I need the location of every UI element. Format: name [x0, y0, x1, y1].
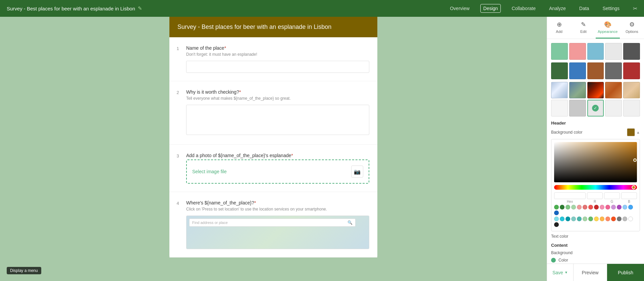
color-swatch-red[interactable] — [623, 62, 640, 79]
photo-swatch-volcano[interactable] — [587, 82, 604, 99]
nav-overview[interactable]: Overview — [447, 4, 472, 12]
panel-tool-options[interactable]: ⚙ Options — [620, 17, 644, 39]
color-gradient[interactable] — [554, 142, 637, 182]
color-swatch-darkgreen[interactable] — [551, 62, 568, 79]
dot-orange3[interactable] — [611, 217, 616, 221]
dot-gray2[interactable] — [623, 217, 627, 221]
color-hue-bar[interactable] — [554, 185, 637, 190]
survey-title: Survey - Best places for beer with an es… — [7, 6, 135, 11]
panel-tool-edit[interactable]: ✎ Edit — [571, 17, 595, 39]
color-swatch-mint[interactable] — [551, 43, 568, 60]
add-label: Add — [556, 30, 562, 34]
nav-collaborate[interactable]: Collaborate — [509, 4, 538, 12]
question-title-3: Add a photo of ${name_of_the_place}'s es… — [186, 153, 369, 158]
dot-teal1[interactable] — [571, 217, 576, 221]
save-dropdown-icon[interactable]: ▼ — [565, 271, 568, 274]
photo-swatch-empty-2[interactable] — [623, 100, 640, 116]
dot-green2[interactable] — [560, 205, 565, 209]
options-label: Options — [626, 30, 638, 34]
color-swatch-lightgray[interactable] — [605, 43, 622, 60]
image-upload-area[interactable]: Select image file 📷 — [186, 159, 369, 184]
edit-icon: ✎ — [581, 21, 586, 28]
question-content-4: Where's ${name_of_the_place}?* Click on … — [186, 200, 369, 249]
color-swatch-gray[interactable] — [605, 62, 622, 79]
dot-orange1[interactable] — [600, 217, 604, 221]
dot-gray1[interactable] — [617, 217, 622, 221]
dot-blue2[interactable] — [628, 205, 633, 209]
photo-swatch-blank-gray[interactable] — [569, 100, 586, 116]
color-swatches-row1 — [551, 43, 640, 60]
header-bg-preview[interactable] — [627, 128, 635, 136]
photo-swatch-selected[interactable]: ✓ — [587, 100, 604, 116]
options-icon: ⚙ — [629, 21, 635, 28]
question-1-input[interactable] — [186, 61, 369, 73]
dot-purple2[interactable] — [617, 205, 622, 209]
top-navigation: Survey - Best places for beer with an es… — [0, 0, 644, 17]
dot-orange2[interactable] — [605, 217, 610, 221]
photo-swatch-empty-1[interactable] — [605, 100, 622, 116]
dot-cyan1[interactable] — [554, 217, 559, 221]
dot-red1[interactable] — [577, 205, 582, 209]
dot-lime1[interactable] — [588, 217, 593, 221]
dot-white[interactable] — [628, 217, 633, 221]
map-search-placeholder: Find address or place — [192, 221, 228, 225]
color-dots-row1 — [554, 205, 637, 215]
dot-green4[interactable] — [571, 205, 576, 209]
color-swatch-blue[interactable] — [587, 43, 604, 60]
dot-yellow1[interactable] — [594, 217, 599, 221]
dot-red4[interactable] — [594, 205, 599, 209]
photo-swatch-blank-white[interactable] — [551, 100, 568, 116]
preview-button[interactable]: Preview — [574, 264, 607, 281]
question-block-1: 1 Name of the place* Don't forget: it mu… — [169, 37, 377, 81]
dot-green1[interactable] — [554, 205, 559, 209]
photo-swatch-mountain[interactable] — [551, 82, 568, 99]
map-search[interactable]: Find address or place 🔍 — [189, 219, 356, 227]
dot-green3[interactable] — [566, 205, 570, 209]
dot-pink2[interactable] — [605, 205, 610, 209]
hex-label: Hex — [567, 200, 573, 203]
r-input[interactable]: 135 — [587, 192, 603, 199]
color-swatch-medblue[interactable] — [569, 62, 586, 79]
dot-blue1[interactable] — [623, 205, 627, 209]
dot-cyan2[interactable] — [560, 217, 565, 221]
color-swatch-darkgray[interactable] — [623, 43, 640, 60]
photo-swatch-canyon[interactable] — [605, 82, 622, 99]
content-bg-row: Background — [551, 250, 640, 255]
dot-blue3[interactable] — [554, 210, 559, 215]
g-input-box: 99 G — [604, 192, 620, 203]
dot-red2[interactable] — [583, 205, 587, 209]
question-2-textarea[interactable] — [186, 105, 369, 135]
nav-settings[interactable]: Settings — [600, 4, 622, 12]
save-button[interactable]: Save ▼ — [547, 264, 574, 281]
question-content-3: Add a photo of ${name_of_the_place}'s es… — [186, 153, 369, 184]
camera-button[interactable]: 📷 — [351, 166, 363, 178]
edit-title-icon[interactable]: ✎ — [138, 5, 142, 11]
nav-analyze[interactable]: Analyze — [546, 4, 569, 12]
dot-teal3[interactable] — [583, 217, 587, 221]
dot-purple1[interactable] — [611, 205, 616, 209]
dot-teal2[interactable] — [577, 217, 582, 221]
panel-tool-appearance[interactable]: 🎨 Appearance — [596, 17, 620, 39]
image-upload-label[interactable]: Select image file — [192, 169, 227, 174]
color-swatch-brown[interactable] — [587, 62, 604, 79]
dot-black[interactable] — [554, 222, 559, 227]
photo-swatch-ocean[interactable] — [569, 82, 586, 99]
color-indicator-dot — [551, 258, 556, 263]
color-swatch-pink[interactable] — [569, 43, 586, 60]
dot-pink1[interactable] — [600, 205, 604, 209]
dot-cyan3[interactable] — [566, 217, 570, 221]
photo-swatch-hand[interactable] — [623, 82, 640, 99]
nav-design[interactable]: Design — [480, 4, 501, 13]
nav-data[interactable]: Data — [577, 4, 592, 12]
dot-red3[interactable] — [588, 205, 593, 209]
content-color-row: Color — [551, 258, 640, 263]
publish-button[interactable]: Publish — [607, 264, 644, 281]
main-layout: Survey - Best places for beer with an es… — [0, 17, 644, 281]
panel-tool-add[interactable]: ⊕ Add — [547, 17, 571, 39]
g-input[interactable]: 99 — [604, 192, 620, 199]
b-input[interactable]: 14 — [621, 192, 637, 199]
b-input-box: 14 B — [621, 192, 637, 203]
expand-icon[interactable]: ▲ — [636, 130, 640, 134]
hex-input[interactable]: 87630E — [554, 192, 586, 199]
content-section-label: Content — [551, 243, 640, 248]
